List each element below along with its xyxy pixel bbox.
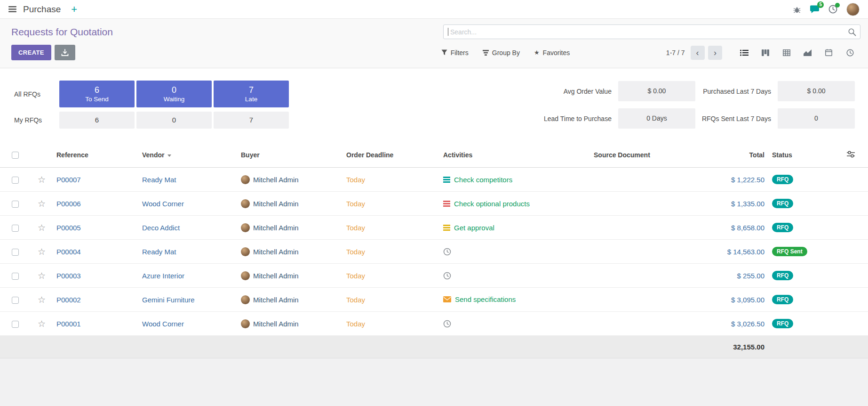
buyer-name: Mitchell Admin: [253, 296, 299, 304]
favorites-button[interactable]: ★ Favorites: [534, 49, 570, 57]
favorite-star-icon[interactable]: ☆: [38, 223, 46, 233]
activity-envelope-icon: [443, 296, 451, 304]
purchase-dashboard: All RFQs 6 To Send 0 Waiting 7 Late My R…: [0, 68, 868, 143]
rfq-list-table: Reference Vendor Buyer Order Deadline Ac…: [0, 143, 868, 358]
reference-link[interactable]: P00002: [56, 296, 81, 304]
activity-clock-icon[interactable]: [443, 248, 451, 256]
favorite-star-icon[interactable]: ☆: [38, 319, 46, 329]
favorite-star-icon[interactable]: ☆: [38, 247, 46, 257]
row-checkbox[interactable]: [12, 273, 19, 280]
table-row[interactable]: ☆ P00006 Wood Corner Mitchell Admin Toda…: [0, 192, 868, 216]
total-amount: $ 1,222.50: [731, 176, 764, 184]
kanban-view-button[interactable]: [755, 46, 776, 60]
activity-view-button[interactable]: [839, 46, 860, 60]
row-checkbox[interactable]: [12, 177, 19, 184]
activity-label[interactable]: Check competitors: [454, 176, 512, 184]
list-view-button[interactable]: [733, 46, 755, 60]
table-row[interactable]: ☆ P00004 Ready Mat Mitchell Admin Today …: [0, 240, 868, 264]
activity-clock-icon[interactable]: [443, 320, 451, 328]
column-header-status[interactable]: Status: [768, 143, 834, 168]
vendor-link[interactable]: Ready Mat: [142, 176, 176, 184]
tile-waiting-all[interactable]: 0 Waiting: [136, 81, 212, 107]
group-by-button[interactable]: Group By: [483, 49, 520, 57]
debug-bug-icon[interactable]: [793, 6, 801, 13]
kpi-lead-time-label: Lead Time to Purchase: [544, 115, 612, 122]
tile-late-my[interactable]: 7: [214, 112, 289, 129]
calendar-view-icon: [825, 49, 832, 56]
top-navbar: Purchase + 5: [0, 0, 868, 19]
source-document-cell: [590, 216, 720, 240]
order-deadline: Today: [346, 296, 365, 304]
column-header-source-document[interactable]: Source Document: [590, 143, 720, 168]
table-row[interactable]: ☆ P00005 Deco Addict Mitchell Admin Toda…: [0, 216, 868, 240]
optional-columns-button[interactable]: [847, 151, 855, 158]
order-deadline: Today: [346, 224, 365, 232]
reference-link[interactable]: P00004: [56, 248, 81, 256]
graph-view-button[interactable]: [797, 46, 818, 60]
table-row[interactable]: ☆ P00001 Wood Corner Mitchell Admin Toda…: [0, 312, 868, 336]
search-icon[interactable]: [848, 28, 856, 36]
column-header-vendor[interactable]: Vendor: [138, 143, 237, 168]
calendar-view-button[interactable]: [818, 46, 839, 60]
vendor-link[interactable]: Gemini Furniture: [142, 296, 195, 304]
filters-label: Filters: [451, 49, 469, 57]
column-header-reference[interactable]: Reference: [53, 143, 138, 168]
column-header-order-deadline[interactable]: Order Deadline: [342, 143, 439, 168]
favorite-star-icon[interactable]: ☆: [38, 175, 46, 185]
export-button[interactable]: [55, 45, 75, 60]
select-all-checkbox[interactable]: [12, 152, 19, 159]
favorites-star-icon: ★: [534, 49, 540, 56]
tile-late-all[interactable]: 7 Late: [214, 81, 289, 107]
create-button[interactable]: CREATE: [11, 45, 51, 60]
total-amount: $ 3,026.50: [731, 320, 764, 328]
vendor-link[interactable]: Wood Corner: [142, 320, 184, 328]
column-header-activities[interactable]: Activities: [439, 143, 590, 168]
vendor-link[interactable]: Ready Mat: [142, 248, 176, 256]
navbar-left: Purchase +: [6, 4, 77, 15]
vendor-link[interactable]: Wood Corner: [142, 200, 184, 208]
column-header-buyer[interactable]: Buyer: [237, 143, 342, 168]
row-checkbox[interactable]: [12, 297, 19, 304]
row-checkbox[interactable]: [12, 321, 19, 328]
activities-button[interactable]: [828, 5, 837, 14]
order-deadline: Today: [346, 320, 365, 328]
table-row[interactable]: ☆ P00002 Gemini Furniture Mitchell Admin…: [0, 288, 868, 312]
star-column-header: [31, 143, 53, 168]
pivot-view-button[interactable]: [776, 46, 797, 60]
reference-link[interactable]: P00007: [56, 176, 81, 184]
favorite-star-icon[interactable]: ☆: [38, 271, 46, 281]
search-box[interactable]: [443, 24, 860, 39]
filters-button[interactable]: Filters: [441, 49, 469, 57]
row-checkbox[interactable]: [12, 201, 19, 208]
user-avatar[interactable]: [846, 3, 860, 16]
reference-link[interactable]: P00001: [56, 320, 81, 328]
apps-menu-button[interactable]: [6, 4, 19, 14]
row-checkbox[interactable]: [12, 249, 19, 256]
activity-label[interactable]: Send specifications: [455, 295, 516, 303]
activity-clock-icon[interactable]: [443, 272, 451, 280]
pager-previous-button[interactable]: ‹: [691, 46, 705, 60]
vendor-link[interactable]: Azure Interior: [142, 272, 184, 280]
kpi-purchased-7days: $ 0.00: [778, 81, 855, 101]
vendor-link[interactable]: Deco Addict: [142, 224, 180, 232]
tile-waiting-my[interactable]: 0: [136, 112, 212, 129]
search-input[interactable]: [443, 24, 860, 39]
reference-link[interactable]: P00003: [56, 272, 81, 280]
tile-to-send-my[interactable]: 6: [59, 112, 135, 129]
reference-link[interactable]: P00005: [56, 224, 81, 232]
reference-link[interactable]: P00006: [56, 200, 81, 208]
activity-label[interactable]: Get approval: [454, 224, 494, 232]
pager-next-button[interactable]: ›: [708, 46, 722, 60]
messages-button[interactable]: 5: [810, 5, 820, 14]
plus-icon[interactable]: +: [71, 4, 77, 15]
table-row[interactable]: ☆ P00003 Azure Interior Mitchell Admin T…: [0, 264, 868, 288]
activity-label[interactable]: Check optional products: [454, 200, 530, 208]
tile-to-send-all[interactable]: 6 To Send: [59, 81, 135, 107]
row-checkbox[interactable]: [12, 225, 19, 232]
column-header-total[interactable]: Total: [720, 143, 768, 168]
app-title[interactable]: Purchase: [23, 4, 61, 15]
table-row[interactable]: ☆ P00007 Ready Mat Mitchell Admin Today …: [0, 168, 868, 192]
favorite-star-icon[interactable]: ☆: [38, 199, 46, 209]
status-badge: RFQ: [772, 295, 793, 304]
favorite-star-icon[interactable]: ☆: [38, 295, 46, 305]
